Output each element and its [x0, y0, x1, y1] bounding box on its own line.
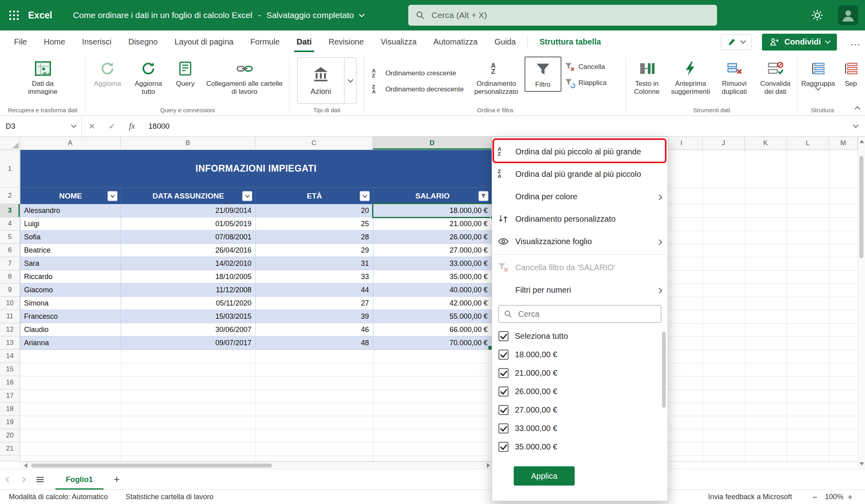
vertical-scroll-thumb[interactable] — [859, 156, 863, 258]
tab-home[interactable]: Home — [35, 30, 73, 53]
tab-formule[interactable]: Formule — [242, 30, 288, 53]
filter-option[interactable]: 21.000,00 € — [492, 364, 668, 382]
data-types-gallery[interactable]: Azioni — [297, 57, 357, 104]
all-sheets-menu-icon[interactable] — [35, 475, 45, 484]
menu-number-filters[interactable]: Filtri per numeri — [492, 279, 668, 301]
checkbox-checked-icon[interactable] — [498, 331, 508, 341]
tab-automatizza[interactable]: Automatizza — [425, 30, 486, 53]
row-header-7[interactable]: 7 — [0, 257, 20, 270]
cell[interactable]: 44 — [256, 283, 373, 297]
cell[interactable]: 18/10/2005 — [121, 270, 256, 283]
row-header-9[interactable]: 9 — [0, 283, 20, 297]
row-header-3-selected[interactable]: 3 — [0, 204, 20, 217]
row-header-12[interactable]: 12 — [0, 323, 20, 336]
cell[interactable]: 25 — [256, 217, 373, 231]
cell[interactable]: 48 — [256, 336, 373, 350]
sort-descending-button[interactable]: ZA Ordinamento decrescente — [369, 81, 468, 97]
cell[interactable]: 42.000,00 € — [373, 297, 492, 310]
row-header-18[interactable]: 18 — [0, 403, 20, 416]
ungroup-button[interactable]: Sep — [837, 57, 865, 90]
workbook-links-button[interactable]: Collegamenti alle cartelle di lavoro — [201, 57, 288, 98]
cell[interactable]: 31 — [256, 257, 373, 270]
insert-function-button[interactable]: fx — [122, 121, 142, 131]
cell[interactable]: 21.000,00 € — [373, 217, 492, 231]
menu-sort-descending[interactable]: ZA Ordina dal più grande al più piccolo — [492, 163, 668, 185]
cell[interactable]: 07/08/2001 — [121, 231, 256, 244]
tab-struttura-tabella[interactable]: Struttura tabella — [531, 30, 609, 53]
menu-sort-ascending[interactable]: AZ Ordina dal più piccolo al più grande — [492, 140, 668, 163]
cell[interactable]: 39 — [256, 310, 373, 323]
workbook-statistics[interactable]: Statistiche cartella di lavoro — [126, 493, 213, 501]
filter-search-box[interactable] — [498, 305, 661, 323]
filter-button[interactable]: Filtro — [525, 57, 561, 92]
text-to-columns-button[interactable]: Testo in Colonne — [627, 57, 667, 98]
row-header-2[interactable]: 2 — [0, 188, 20, 204]
share-button[interactable]: Condividi — [762, 34, 837, 51]
filter-option[interactable]: 35.000,00 € — [492, 437, 668, 456]
cell[interactable]: 21/09/2014 — [121, 204, 256, 217]
data-assunzione-filter-button[interactable] — [242, 191, 252, 201]
add-sheet-button[interactable]: + — [114, 473, 120, 486]
cell[interactable]: 20 — [256, 204, 373, 217]
column-header-m[interactable]: M — [829, 137, 858, 150]
scroll-up-arrow[interactable] — [859, 140, 864, 143]
custom-sort-button[interactable]: AZ Ordinamento personalizzato — [468, 57, 525, 98]
filter-option-select-all[interactable]: Seleziona tutto — [492, 327, 668, 345]
row-header-6[interactable]: 6 — [0, 244, 20, 257]
name-box-chevron-icon[interactable] — [71, 122, 77, 128]
cell[interactable]: 05/11/2020 — [121, 297, 256, 310]
cell[interactable]: 29 — [256, 244, 373, 257]
filter-option[interactable]: 26.000,00 € — [492, 382, 668, 401]
checkbox-checked-icon[interactable] — [498, 350, 508, 360]
filter-search-input[interactable] — [517, 309, 650, 319]
filter-option[interactable]: 18.000,00 € — [492, 345, 668, 364]
cell[interactable]: Giacomo — [20, 283, 121, 297]
row-header-21[interactable]: 21 — [0, 442, 20, 455]
cell[interactable]: Sofia — [20, 231, 121, 244]
column-header-a[interactable]: A — [20, 137, 121, 150]
filter-option[interactable]: 33.000,00 € — [492, 419, 668, 437]
cell[interactable]: Francesco — [20, 310, 121, 323]
account-avatar[interactable] — [838, 5, 858, 25]
checkbox-checked-icon[interactable] — [498, 442, 508, 452]
sheet-tab-foglio1[interactable]: Foglio1 — [55, 469, 103, 490]
cell[interactable]: 27 — [256, 297, 373, 310]
tab-layout-di-pagina[interactable]: Layout di pagina — [166, 30, 242, 53]
apply-filter-button[interactable]: Applica — [514, 466, 575, 486]
scroll-left-arrow[interactable] — [24, 463, 27, 468]
app-launcher-button[interactable] — [0, 0, 28, 30]
expand-formula-bar-icon[interactable] — [853, 122, 859, 128]
refresh-all-button[interactable]: Aggiorna tutto — [128, 57, 169, 98]
row-header-8[interactable]: 8 — [0, 270, 20, 283]
search-box[interactable] — [408, 5, 717, 26]
row-header-19[interactable]: 19 — [0, 416, 20, 429]
row-header-16[interactable]: 16 — [0, 376, 20, 389]
editing-mode-button[interactable] — [721, 34, 752, 50]
row-header-5[interactable]: 5 — [0, 231, 20, 244]
data-from-picture-button[interactable]: Dati da immagine — [15, 57, 71, 98]
cell[interactable]: 70.000,00 € — [373, 336, 492, 350]
row-header-17[interactable]: 17 — [0, 389, 20, 403]
cell[interactable]: 66.000,00 € — [373, 323, 492, 336]
column-header-d-selected[interactable]: D — [373, 137, 492, 150]
zoom-level[interactable]: 100% — [825, 493, 843, 501]
row-header-13[interactable]: 13 — [0, 336, 20, 350]
table-title[interactable]: INFORMAZIONI IMPIEGATI — [20, 150, 492, 188]
group-rows-button[interactable]: Raggruppa — [800, 57, 837, 92]
checkbox-checked-icon[interactable] — [498, 368, 508, 378]
column-header-b[interactable]: B — [121, 137, 255, 150]
grid-cells-area[interactable]: INFORMAZIONI IMPIEGATI NOME DATA ASSUNZI… — [20, 150, 858, 461]
header-eta[interactable]: ETÀ — [256, 188, 373, 204]
confirm-entry-button[interactable]: ✓ — [102, 121, 122, 131]
header-nome[interactable]: NOME — [20, 188, 121, 204]
vertical-scrollbar[interactable] — [858, 137, 865, 469]
zoom-in-button[interactable]: + — [843, 492, 857, 502]
row-header-20[interactable]: 20 — [0, 429, 20, 442]
filter-option[interactable]: 27.000,00 € — [492, 401, 668, 419]
checkbox-checked-icon[interactable] — [498, 405, 508, 415]
cell[interactable]: 33 — [256, 270, 373, 283]
cell[interactable]: 27.000,00 € — [373, 244, 492, 257]
previous-sheet-button[interactable] — [6, 478, 10, 482]
search-input[interactable] — [431, 10, 687, 20]
tab-visualizza[interactable]: Visualizza — [372, 30, 425, 53]
